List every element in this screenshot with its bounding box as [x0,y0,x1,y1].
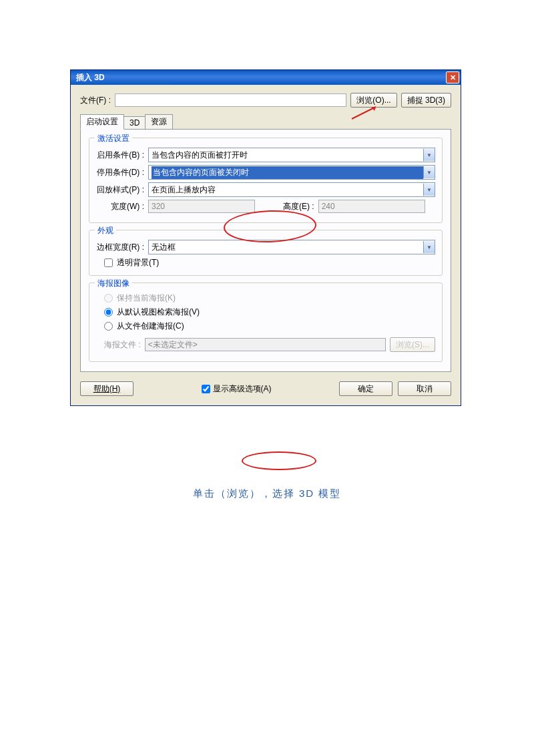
poster-group: 海报图像 保持当前海报(K) 从默认视图检索海报(V) 从文件创建海报(C) [89,282,443,362]
width-input: 320 [148,200,255,213]
capture-3d-button[interactable]: 捕捉 3D(3) [401,93,451,108]
disable-label: 停用条件(D) : [96,167,144,178]
border-label: 边框宽度(R) : [96,242,144,253]
dialog-body: 文件(F) : 浏览(O)... 捕捉 3D(3) 启动设置 3D 资源 激活设… [71,85,461,405]
chevron-down-icon: ▼ [423,166,435,178]
file-input[interactable] [115,93,346,107]
titlebar: 插入 3D ✕ [71,70,461,85]
transparent-checkbox[interactable] [104,258,113,267]
annotation-oval-icon [242,451,316,470]
dialog-window: 插入 3D ✕ 文件(F) : 浏览(O)... 捕捉 3D(3) 启动设置 3… [70,69,461,406]
advanced-checkbox[interactable] [202,385,210,393]
poster-browse-button: 浏览(S)... [390,337,435,352]
file-row: 文件(F) : 浏览(O)... 捕捉 3D(3) [80,93,451,108]
close-icon[interactable]: ✕ [446,71,459,83]
border-select[interactable]: 无边框 ▼ [148,240,435,254]
tab-resources[interactable]: 资源 [145,114,173,129]
appearance-group-title: 外观 [95,225,116,236]
browse-button[interactable]: 浏览(O)... [350,93,396,108]
height-input: 240 [318,200,425,213]
tab-3d[interactable]: 3D [123,116,146,129]
appearance-group: 外观 边框宽度(R) : 无边框 ▼ 透明背景(T) [89,230,443,276]
keep-poster-radio [104,294,113,303]
ok-button[interactable]: 确定 [339,381,392,396]
disable-select[interactable]: 当包含内容的页面被关闭时 ▼ [148,165,435,180]
playback-label: 回放样式(P) : [96,184,144,196]
file-label: 文件(F) : [80,95,111,106]
poster-file-input: <未选定文件> [145,338,386,351]
file-poster-label: 从文件创建海报(C) [117,321,184,332]
advanced-label: 显示高级选项(A) [213,383,272,395]
poster-file-label: 海报文件 : [104,339,141,351]
chevron-down-icon: ▼ [423,241,435,253]
activation-group-title: 激活设置 [95,133,132,144]
poster-group-title: 海报图像 [95,278,132,289]
chevron-down-icon: ▼ [423,184,435,196]
enable-select[interactable]: 当包含内容的页面被打开时 ▼ [148,148,435,162]
help-button[interactable]: 帮助(H) [80,381,134,396]
playback-select[interactable]: 在页面上播放内容 ▼ [148,182,435,197]
dialog-footer: 帮助(H) 显示高级选项(A) 确定 取消 [80,381,451,396]
keep-poster-label: 保持当前海报(K) [117,293,176,304]
caption-text: 单击（浏览），选择 3D 模型 [0,488,534,500]
tab-startup[interactable]: 启动设置 [80,114,124,130]
tab-panel: 激活设置 启用条件(B) : 当包含内容的页面被打开时 ▼ 停用条件(D) : … [80,129,451,372]
cancel-button[interactable]: 取消 [398,381,451,396]
activation-group: 激活设置 启用条件(B) : 当包含内容的页面被打开时 ▼ 停用条件(D) : … [89,138,443,223]
tab-strip: 启动设置 3D 资源 [80,116,451,129]
default-poster-radio[interactable] [104,308,113,317]
file-poster-radio[interactable] [104,322,113,331]
transparent-label: 透明背景(T) [117,257,159,268]
dialog-title: 插入 3D [76,72,446,83]
height-label: 高度(E) : [283,201,314,212]
chevron-down-icon: ▼ [423,149,435,161]
width-label: 宽度(W) : [96,201,144,212]
default-poster-label: 从默认视图检索海报(V) [117,307,200,318]
enable-label: 启用条件(B) : [96,150,144,161]
